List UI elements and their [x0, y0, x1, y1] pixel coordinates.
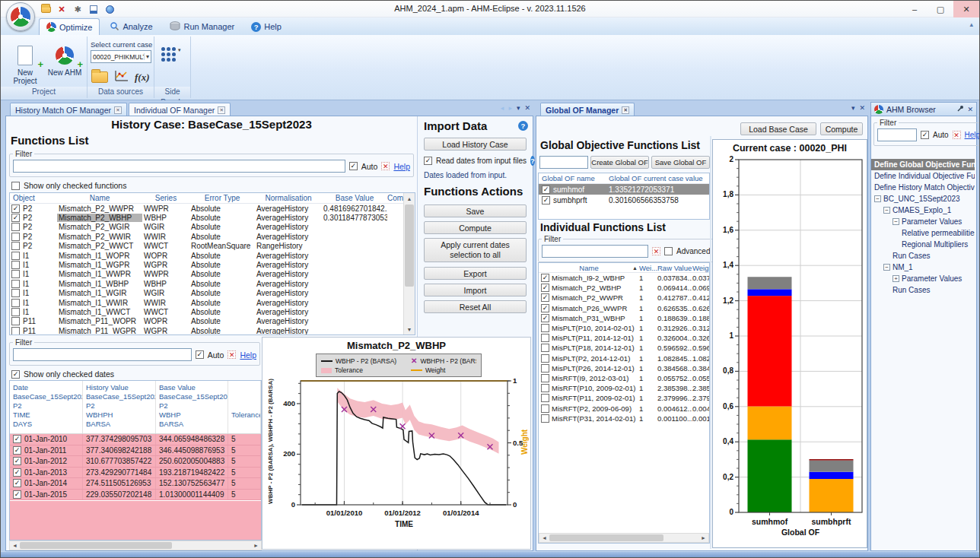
- chart-icon[interactable]: [114, 69, 129, 85]
- panel-close-icon[interactable]: ✕: [524, 104, 530, 112]
- clock-icon[interactable]: [104, 4, 115, 14]
- checkbox[interactable]: [11, 182, 20, 190]
- functions-table-row[interactable]: P2Mismatch_P2_WWCTWWCTRootMeanSquareRang…: [10, 242, 415, 251]
- help-icon[interactable]: ?: [530, 156, 535, 166]
- horizontal-scrollbar[interactable]: ◄ ►: [9, 541, 262, 550]
- help-icon[interactable]: ?: [518, 121, 528, 131]
- row-checkbox[interactable]: [11, 289, 20, 297]
- tab-close-icon[interactable]: ✕: [622, 106, 629, 114]
- row-checkbox[interactable]: [11, 261, 20, 269]
- tab-global-of-manager[interactable]: Global OF Manager ✕: [540, 103, 635, 116]
- row-checkbox[interactable]: [541, 324, 549, 332]
- ifl-table-row[interactable]: MisPLT(P18, 2014-12-01)10.596592...0.596…: [539, 343, 709, 353]
- functions-table-row[interactable]: I1Mismatch_I1_WGPRWGPRAbsoluteAverageHis…: [10, 260, 415, 269]
- row-checkbox[interactable]: [11, 223, 20, 231]
- collapse-icon[interactable]: −: [883, 207, 890, 214]
- application-menu-button[interactable]: [6, 2, 35, 31]
- reset-all-button[interactable]: Reset All: [424, 300, 527, 313]
- dates-table-row[interactable]: 01-Jan-2014274.511505126953152.130752563…: [10, 478, 261, 490]
- column-header[interactable]: Global OF name: [539, 174, 609, 182]
- functions-table-row[interactable]: P2Mismatch_P2_WGIRWGIRAbsoluteAverageHis…: [10, 223, 415, 232]
- row-checkbox[interactable]: [13, 457, 21, 465]
- functions-table-row[interactable]: I1Mismatch_I1_WOPRWOPRAbsoluteAverageHis…: [10, 251, 415, 260]
- tree-item[interactable]: Regional Multipliers: [871, 239, 975, 250]
- create-global-of-button[interactable]: Create Global OF: [590, 156, 649, 169]
- row-checkbox[interactable]: [11, 327, 20, 335]
- vertical-scrollbar[interactable]: ▲ ▼: [403, 193, 415, 334]
- tab-history-match-of-manager[interactable]: History Match OF Manager ✕: [10, 103, 127, 116]
- functions-table-row[interactable]: I1Mismatch_I1_WBHPWBHPAbsoluteAverageHis…: [10, 279, 415, 288]
- tree-item[interactable]: Run Cases: [871, 250, 975, 262]
- row-checkbox[interactable]: [541, 354, 549, 363]
- tree-item[interactable]: −NM_1: [871, 262, 975, 273]
- read-dates-checkbox[interactable]: [424, 157, 432, 165]
- row-checkbox[interactable]: [11, 308, 20, 316]
- row-checkbox[interactable]: [11, 299, 20, 307]
- auto-checkbox[interactable]: [196, 350, 204, 359]
- ifl-table-row[interactable]: Mismatch_P26_WWPR10.626535...0.6265: [539, 303, 709, 313]
- close-button[interactable]: ✕: [953, 1, 979, 17]
- row-checkbox[interactable]: [11, 270, 20, 278]
- row-checkbox[interactable]: [13, 468, 21, 477]
- scroll-left-icon[interactable]: ◄: [10, 543, 20, 548]
- gof-table-row[interactable]: sumhmof1.33521272053371: [539, 184, 709, 195]
- functions-table-row[interactable]: P2Mismatch_P2_WWIRWWIRAbsoluteAverageHis…: [10, 232, 415, 241]
- tab-close-icon[interactable]: ✕: [114, 106, 122, 114]
- tab-individual-of-manager[interactable]: Individual OF Manager ✕: [129, 103, 231, 116]
- ifl-table-row[interactable]: Mismatch_P2_WWPR10.412787...0.4127: [539, 293, 709, 303]
- dates-table-row[interactable]: 01-Jan-2013273.429290771484193.218719482…: [10, 468, 261, 479]
- row-checkbox[interactable]: [11, 252, 20, 260]
- column-header[interactable]: Base Value: [322, 194, 387, 202]
- ifl-table-row[interactable]: MisRFT(P2, 2009-06-09)10.004612...0.0046: [539, 403, 709, 413]
- load-base-case-button[interactable]: Load Base Case: [740, 122, 816, 135]
- row-checkbox[interactable]: [541, 364, 549, 373]
- column-header[interactable]: Raw Value: [657, 264, 692, 272]
- tab-help[interactable]: ? Help: [244, 18, 288, 35]
- dates-table-row[interactable]: 01-Jan-2015229.0355072021481.01300001144…: [10, 490, 261, 501]
- row-checkbox[interactable]: [11, 204, 20, 213]
- pin-icon[interactable]: [956, 105, 964, 114]
- collapse-icon[interactable]: −: [883, 264, 890, 271]
- panel-splitter[interactable]: [710, 136, 711, 549]
- new-ahm-button[interactable]: + New AHM: [45, 43, 84, 77]
- ifl-table-row[interactable]: MisPLT(P11, 2014-12-01)10.326004...0.326…: [539, 333, 709, 343]
- gof-name-input[interactable]: [539, 156, 588, 169]
- row-checkbox[interactable]: [11, 233, 20, 241]
- scroll-right-icon[interactable]: ►: [251, 543, 261, 548]
- clear-filter-icon[interactable]: ✕: [953, 131, 961, 139]
- functions-table-row[interactable]: I1Mismatch_I1_WWIRWWIRAbsoluteAverageHis…: [10, 298, 415, 307]
- row-checkbox[interactable]: [541, 304, 549, 312]
- current-case-combobox[interactable]: 00020_PHIKMULT_CN ▾: [91, 50, 151, 63]
- column-header[interactable]: Object: [10, 194, 57, 202]
- open-case-icon[interactable]: [91, 71, 108, 83]
- ifl-table-row[interactable]: MisPLT(P26, 2014-12-01)10.384568...0.384…: [539, 363, 709, 373]
- clear-filter-icon[interactable]: ✕: [228, 350, 236, 359]
- advanced-checkbox[interactable]: [664, 247, 673, 255]
- row-checkbox[interactable]: [541, 344, 549, 352]
- scroll-left-icon[interactable]: ◄: [539, 535, 549, 541]
- dates-table-row[interactable]: 01-Jan-2011377.340698242188346.445098876…: [10, 445, 261, 457]
- dates-filter-input[interactable]: [13, 348, 192, 361]
- row-checkbox[interactable]: [13, 490, 21, 499]
- restore-button[interactable]: ▢: [928, 1, 953, 17]
- scroll-left-icon[interactable]: ◂: [501, 104, 504, 112]
- gof-table-row[interactable]: sumbhprft0.301606566353758: [539, 195, 709, 205]
- scrollbar-thumb[interactable]: [20, 542, 172, 549]
- scroll-down-icon[interactable]: ▼: [404, 324, 415, 334]
- save-global-of-button[interactable]: Save Global OF: [651, 156, 710, 169]
- apply-dates-selection-button[interactable]: Apply current dates selection to all: [424, 238, 527, 262]
- tree-item[interactable]: Define Global Objective Functions: [871, 159, 975, 170]
- show-only-checked-functions[interactable]: Show only checked functions: [11, 181, 126, 190]
- ifl-table-row[interactable]: Mismatch_I9-2_WBHP10.037834...0.0378: [539, 273, 709, 283]
- row-checkbox[interactable]: [11, 242, 20, 250]
- horizontal-scrollbar[interactable]: ◄ ►: [539, 533, 709, 543]
- functions-table-row[interactable]: I1Mismatch_I1_WWPRWWPRAbsoluteAverageHis…: [10, 270, 415, 279]
- row-checkbox[interactable]: [541, 394, 549, 402]
- row-checkbox[interactable]: [541, 293, 549, 302]
- function-icon[interactable]: f(x): [135, 71, 150, 84]
- row-checkbox[interactable]: [541, 314, 549, 322]
- functions-table-row[interactable]: P11Mismatch_P11_WOPRWOPRAbsoluteAverageH…: [10, 317, 415, 326]
- save-button[interactable]: Save: [424, 204, 527, 217]
- dates-table-row[interactable]: 01-Jan-2012310.677703857422250.602005004…: [10, 456, 261, 468]
- column-header[interactable]: Name: [57, 194, 142, 202]
